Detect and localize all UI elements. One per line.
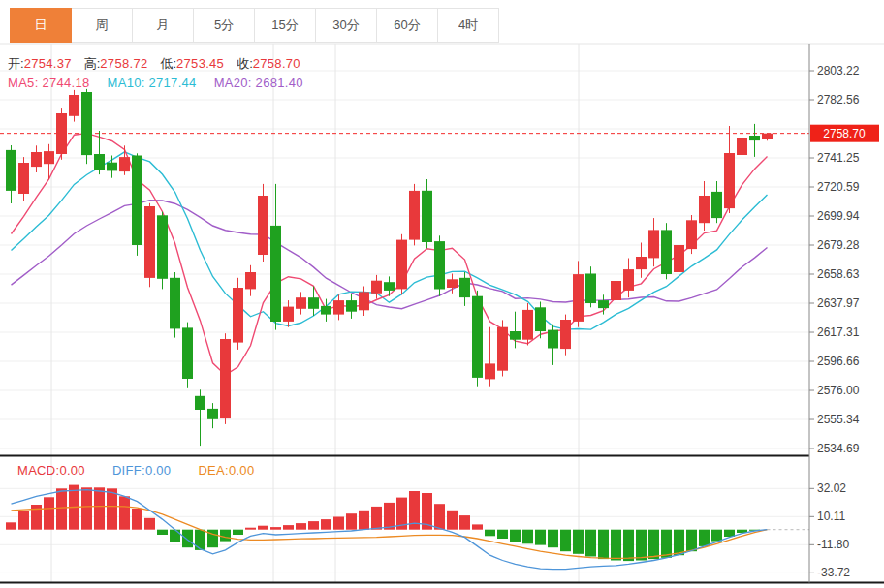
tab-60min[interactable]: 60分 (377, 8, 438, 43)
candle-body (258, 196, 268, 255)
candle-body (661, 230, 672, 274)
macd-bar (686, 530, 697, 552)
macd-bar (384, 503, 395, 530)
macd-bar (195, 530, 205, 550)
price-axis-label: 2803.22 (817, 64, 860, 77)
candle-body (6, 150, 16, 191)
candle-body (711, 192, 722, 218)
macd-bar (6, 522, 16, 529)
candle-body (245, 272, 256, 289)
macd-bar (296, 523, 306, 530)
price-axis-label: 2596.66 (817, 355, 860, 368)
macd-bar (270, 527, 281, 530)
candle-body (18, 163, 29, 194)
price-axis-label: 2658.63 (817, 267, 860, 281)
macd-bar (598, 530, 609, 559)
price-axis-label: 2637.97 (817, 296, 860, 310)
candle-body (749, 136, 760, 140)
ohlc-label: 低: (160, 56, 176, 71)
candle-body (182, 327, 193, 379)
ohlc-value: 2753.45 (176, 56, 224, 71)
candle-body (598, 300, 609, 308)
tab-15min[interactable]: 15分 (255, 8, 316, 43)
macd-bar (321, 519, 332, 530)
candle-body (333, 300, 344, 315)
macd-bar (371, 507, 382, 530)
price-axis-label: 2720.59 (817, 180, 860, 194)
tab-day[interactable]: 日 (10, 8, 72, 43)
macd-bar (472, 524, 483, 529)
candle-body (485, 363, 495, 379)
macd-bar (170, 530, 180, 542)
macd-bar (144, 518, 155, 530)
ohlc-label: 收: (237, 56, 253, 71)
macd-bar (81, 487, 92, 529)
macd-bar (18, 511, 29, 530)
macd-bar (560, 530, 571, 552)
diff-value: DIFF:0.00 (112, 463, 172, 478)
macd-bar (611, 530, 621, 561)
macd-bar (510, 530, 521, 542)
macd-bar (548, 530, 558, 548)
macd-axis-label: 10.11 (817, 510, 845, 523)
last-price-tag-text: 2758.70 (823, 127, 866, 140)
macd-bar (459, 515, 470, 530)
candle-body (611, 281, 621, 300)
candle-body (472, 296, 483, 378)
ohlc-value: 2754.37 (24, 56, 72, 71)
macd-bar (497, 530, 508, 539)
candle-body (132, 156, 142, 246)
price-axis-label: 2782.56 (817, 93, 860, 107)
macd-bar (447, 511, 458, 530)
candle-body (69, 95, 79, 116)
candle-body (371, 281, 382, 294)
macd-axis-label: -11.80 (817, 538, 849, 551)
candle-body (459, 278, 470, 297)
tab-week[interactable]: 周 (72, 8, 133, 43)
tab-30min[interactable]: 30分 (316, 8, 377, 43)
macd-bar (661, 530, 672, 558)
candle-body (44, 151, 54, 164)
macd-bar (308, 521, 319, 530)
candle-body (119, 157, 130, 171)
candle-body (220, 339, 231, 418)
tab-month[interactable]: 月 (133, 8, 194, 43)
macd-bar (359, 511, 369, 530)
tab-5min[interactable]: 5分 (194, 8, 255, 43)
candle-body (724, 153, 735, 208)
macd-bar (573, 530, 584, 554)
macd-bar (623, 530, 634, 561)
macd-bar (132, 509, 142, 530)
candle-body (233, 288, 243, 343)
macd-histogram (6, 485, 760, 562)
macd-bar (434, 504, 445, 530)
candle-body (31, 152, 42, 167)
candle-body (699, 196, 710, 223)
candle-body (296, 297, 306, 309)
ohlc-label: 开: (8, 56, 24, 71)
macd-bar (107, 488, 117, 529)
macd-bar (182, 530, 193, 548)
macd-axis-label: 32.02 (817, 481, 846, 495)
macd-bar (245, 528, 256, 530)
candle-body (548, 330, 558, 349)
tab-4hour[interactable]: 4时 (438, 8, 499, 43)
candle-body (409, 191, 420, 240)
candle-body (195, 396, 205, 410)
dea-value: DEA:0.00 (198, 463, 254, 478)
price-axis-label: 2699.94 (817, 209, 860, 223)
candle-body (384, 282, 395, 291)
price-axis-label: 2617.31 (817, 325, 860, 339)
ohlc-label: 高: (84, 56, 101, 71)
macd-bar (157, 530, 168, 535)
macd-bar (346, 513, 357, 530)
candle-body (308, 297, 319, 309)
candle-body (686, 220, 697, 249)
candle-body (321, 306, 332, 315)
candle-body (56, 113, 67, 154)
candle-body (573, 274, 584, 322)
macd-value: MACD:0.00 (17, 463, 85, 478)
ohlc-readout: 开:2754.37高:2758.72低:2753.45收:2758.70 (8, 55, 313, 73)
macd-bar (648, 530, 659, 559)
candle-body (81, 92, 92, 155)
